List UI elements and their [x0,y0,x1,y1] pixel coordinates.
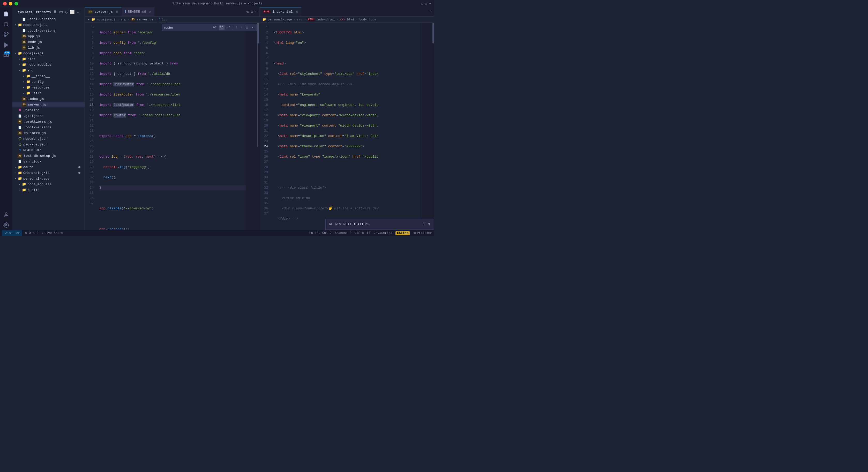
more-tabs-icon[interactable]: ⋯ [255,10,257,14]
live-share[interactable]: ↗ Live Share [42,231,63,235]
refresh-icon[interactable]: ↻ [65,10,68,15]
activity-run[interactable] [2,40,11,50]
left-tab-group: JS server.js ✕ ℹ README.md ✕ ⟲ ⊟ ⋯ [85,7,260,16]
sidebar-item-babelrc[interactable]: B .babelrc [12,108,85,113]
close-server-js-tab[interactable]: ✕ [116,9,118,14]
left-code-editor[interactable]: 34567 89101112 1314151617 18192021 22232… [85,23,259,230]
extensions-badge: 4K+ [4,51,10,54]
tab-bar: JS server.js ✕ ℹ README.md ✕ ⟲ ⊟ ⋯ [85,7,434,17]
whole-word-btn[interactable]: ab [219,25,224,30]
more-right-tabs-icon[interactable]: ⋯ [430,10,432,14]
sidebar-item-index-js[interactable]: JS index.js [12,96,85,102]
sidebar-tree: 📄 .tool-versions ▾ 📁 node-project 📄 .too… [12,16,85,230]
editors-row: ▸ 📁 nodejs-api › src › JS server.js › ƒ … [85,17,434,230]
sidebar-item-server-js[interactable]: JS server.js [12,102,85,108]
close-readme-tab[interactable]: ✕ [149,9,151,14]
right-tab-actions: ⋯ [430,7,434,16]
find-in-selection-btn[interactable]: ☰ [245,25,250,30]
left-scrollbar-thumb[interactable] [257,23,259,43]
right-scrollbar-thumb[interactable] [432,23,434,43]
sidebar-item-app-js[interactable]: JS app.js [12,33,85,39]
search-input[interactable] [164,26,211,30]
history-icon[interactable]: ⟲ [246,10,249,14]
sidebar-item-dist[interactable]: ▸ 📁 dist [12,56,85,62]
tab-index-html[interactable]: HTML index.html ✕ [260,7,301,16]
left-editor-search: Aa ab .* ↑ ↓ ☰ ✕ [162,24,257,31]
sidebar-item-personal-page[interactable]: ▾ 📁 personal-page [12,176,85,181]
notification-expand-icon[interactable]: ∨ [428,222,430,227]
more-actions-icon[interactable]: ⋯ [77,10,80,15]
activity-search[interactable] [2,20,11,29]
next-match-btn[interactable]: ↓ [240,25,244,30]
sidebar-item-nodemon-json[interactable]: {} nodemon.json [12,136,85,142]
activity-accounts[interactable] [2,210,11,219]
sidebar-item-code-js[interactable]: JS code.js [12,39,85,45]
sidebar-item-node-project[interactable]: ▾ 📁 node-project [12,22,85,28]
tab-readme[interactable]: ℹ README.md ✕ [122,7,155,16]
activity-source-control[interactable] [2,30,11,39]
line-ending[interactable]: LF [367,231,371,235]
encoding[interactable]: UTF-8 [354,231,364,235]
editor-area: JS server.js ✕ ℹ README.md ✕ ⟲ ⊟ ⋯ [85,7,434,230]
right-tab-group: HTML index.html ✕ ⋯ [260,7,434,16]
svg-point-3 [4,35,6,37]
sidebar-item-.tool-versions-root[interactable]: 📄 .tool-versions [12,16,85,22]
sidebar-item-config[interactable]: ▸ 📁 config [12,79,85,85]
sidebar-item-gitignore[interactable]: 📄 .gitignore [12,113,85,119]
sidebar-item-prettierrc[interactable]: JS .prettierrc.js [12,119,85,124]
error-count[interactable]: ⊗ 0 ⚠ 0 [25,231,38,235]
sidebar-item-readme[interactable]: ℹ README.md [12,147,85,153]
window-controls[interactable] [3,2,18,5]
eslint-status[interactable]: ESLint [396,231,410,235]
sidebar-item-test-db-setup[interactable]: JS test-db-setup.js [12,153,85,159]
sidebar-item-eslintrc[interactable]: JS eslintrc.js [12,130,85,136]
sidebar-item-tool-versions-2[interactable]: 📄 .tool-versions [12,124,85,130]
sidebar-item-nodejs-api[interactable]: ▾ 📁 nodejs-api [12,51,85,56]
sidebar-item-public[interactable]: ▸ 📁 public [12,187,85,193]
regex-btn[interactable]: .* [225,25,231,30]
prev-match-btn[interactable]: ↑ [235,25,239,30]
sidebar-item-node-project-tool-versions[interactable]: 📄 .tool-versions [12,28,85,33]
sidebar-item-oauth[interactable]: ▸ 📁 oauth [12,164,85,170]
tab-server-js[interactable]: JS server.js ✕ [85,7,122,16]
split-editor-icon[interactable]: ⊟ [251,10,253,14]
notification-bar: NO NEW NOTIFICATIONS ☰ ∨ [326,219,434,230]
match-case-btn[interactable]: Aa [212,25,218,30]
sidebar-item-onboarding-kit[interactable]: ▸ 📁 OnboardingKit [12,170,85,176]
sidebar-item-src[interactable]: ▾ 📁 src [12,67,85,73]
app-layout: 4K+ EXPLORER: PROJECTS 🗎 🗁 ↻ ⬜ ⋯ [0,7,434,230]
line-numbers-left: 34567 89101112 1314151617 18192021 22232… [85,23,96,230]
activity-settings[interactable] [2,220,11,230]
status-bar-left: ⎇ master ⊗ 0 ⚠ 0 ↗ Live Share [2,230,63,236]
activity-explorer[interactable] [2,9,11,19]
sidebar-item-package-json[interactable]: {} package.json [12,142,85,147]
close-button[interactable] [3,2,7,5]
sidebar-item-tests[interactable]: ▸ 📁 __tests__ [12,73,85,79]
prettier-status[interactable]: ⧏ Prettier [413,231,432,235]
minimize-button[interactable] [9,2,12,5]
sidebar-item-lib-js[interactable]: JS lib.js [12,45,85,51]
close-search-btn[interactable]: ✕ [251,25,254,30]
git-branch[interactable]: ⎇ master [2,230,22,236]
language-mode[interactable]: JavaScript [374,231,392,235]
sidebar-item-node-modules[interactable]: ▸ 📁 node_modules [12,62,85,67]
collapse-icon[interactable]: ⬜ [70,10,75,15]
new-folder-icon[interactable]: 🗁 [59,10,63,15]
new-file-icon[interactable]: 🗎 [53,10,57,15]
prettier-icon: ⧏ [413,231,416,235]
sidebar-item-utils[interactable]: ▸ 📁 utils [12,90,85,96]
close-index-html-tab[interactable]: ✕ [296,9,298,14]
right-code-content[interactable]: <!DOCTYPE html> <html lang="en"> <head> … [271,23,421,230]
right-minimap [421,23,434,230]
sidebar-item-personal-node-modules[interactable]: ▸ 📁 node_modules [12,181,85,187]
sidebar-item-yarn-lock[interactable]: 📄 yarn.lock [12,159,85,164]
spaces[interactable]: Spaces: 2 [335,231,351,235]
maximize-button[interactable] [14,2,18,5]
left-code-content[interactable]: import morgan from 'morgan' import confi… [96,23,246,230]
right-code-editor[interactable]: 12345 678910 1112131415 1617181920 21222… [259,23,434,230]
svg-point-9 [5,213,7,214]
onboarding-badge [79,172,81,174]
cursor-position[interactable]: Ln 18, Col 2 [309,231,332,235]
sidebar-item-resources[interactable]: ▸ 📁 resources [12,85,85,90]
activity-extensions[interactable]: 4K+ [2,51,11,60]
